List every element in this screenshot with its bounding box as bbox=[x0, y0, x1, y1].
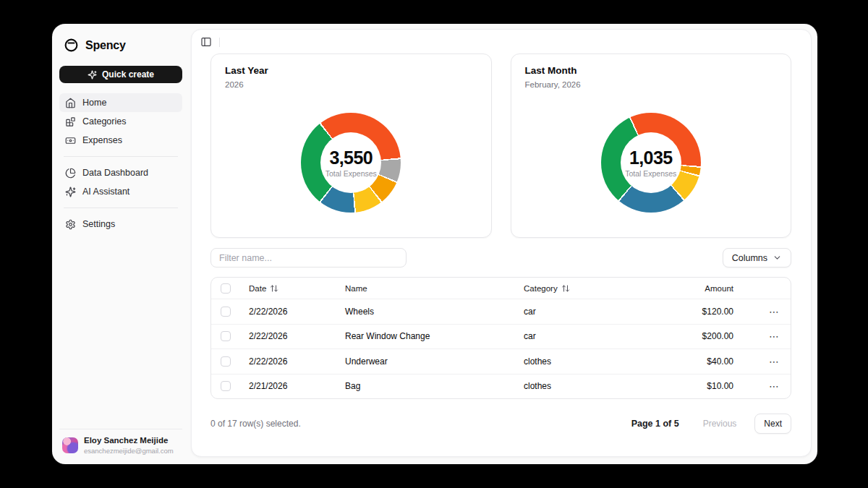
user-meta: Eloy Sanchez Meijide esanchezmeijide@gma… bbox=[84, 436, 174, 455]
row-cell-actions: ⋯ bbox=[757, 307, 791, 317]
next-page-button[interactable]: Next bbox=[754, 414, 791, 434]
selection-status: 0 of 17 row(s) selected. bbox=[210, 419, 301, 429]
row-cell-date: 2/21/2026 bbox=[240, 381, 336, 391]
sidebar-divider bbox=[64, 156, 178, 157]
sort-icon bbox=[270, 284, 278, 293]
avatar bbox=[62, 437, 78, 453]
row-cell-actions: ⋯ bbox=[757, 331, 791, 341]
row-checkbox[interactable] bbox=[221, 331, 231, 341]
previous-page-button[interactable]: Previous bbox=[694, 414, 746, 434]
row-cell-select bbox=[211, 331, 240, 341]
header-cell-amount: Amount bbox=[692, 284, 757, 293]
total-expenses-label: Total Expenses bbox=[625, 169, 676, 178]
row-cell-amount: $120.00 bbox=[692, 307, 757, 317]
columns-button[interactable]: Columns bbox=[723, 248, 791, 267]
sidebar-item-home[interactable]: Home bbox=[59, 93, 182, 112]
row-actions-button[interactable]: ⋯ bbox=[769, 381, 779, 391]
blocks-icon bbox=[65, 116, 76, 127]
row-checkbox[interactable] bbox=[221, 307, 231, 317]
banknote-icon bbox=[65, 135, 76, 146]
row-cell-select bbox=[211, 307, 240, 317]
sidebar-item-label: Data Dashboard bbox=[82, 168, 148, 178]
row-cell-category: car bbox=[515, 307, 692, 317]
row-cell-category: car bbox=[515, 331, 692, 341]
row-cell-name: Rear Window Change bbox=[336, 331, 515, 341]
header-cell-select bbox=[211, 283, 240, 294]
header-cell-date[interactable]: Date bbox=[240, 284, 336, 293]
row-actions-button[interactable]: ⋯ bbox=[769, 331, 779, 341]
table-row[interactable]: 2/22/2026 Wheels car $120.00 ⋯ bbox=[211, 299, 791, 324]
row-cell-amount: $200.00 bbox=[692, 331, 757, 341]
row-cell-name: Bag bbox=[336, 381, 515, 391]
sparkles-icon bbox=[65, 187, 76, 197]
sparkles-icon bbox=[88, 70, 97, 80]
last-year-donut-chart: 3,550 Total Expenses bbox=[301, 113, 401, 213]
sidebar-item-data-dashboard[interactable]: Data Dashboard bbox=[59, 163, 182, 182]
row-cell-actions: ⋯ bbox=[757, 381, 791, 391]
sidebar-nav: Home Categories Expenses bbox=[59, 93, 182, 234]
table-footer: 0 of 17 row(s) selected. Page 1 of 5 Pre… bbox=[210, 414, 791, 434]
last-month-donut-chart: 1,035 Total Expenses bbox=[601, 113, 701, 213]
row-actions-button[interactable]: ⋯ bbox=[769, 307, 779, 317]
row-cell-date: 2/22/2026 bbox=[240, 356, 336, 367]
row-actions-button[interactable]: ⋯ bbox=[769, 356, 779, 367]
sidebar-item-ai-assistant[interactable]: AI Assistant bbox=[59, 182, 182, 201]
filter-name-input[interactable] bbox=[210, 248, 407, 267]
table-row[interactable]: 2/22/2026 Rear Window Change car $200.00… bbox=[211, 324, 791, 349]
sidebar: Spency Quick create Home bbox=[52, 24, 190, 464]
header-label-amount: Amount bbox=[705, 284, 733, 293]
user-account[interactable]: Eloy Sanchez Meijide esanchezmeijide@gma… bbox=[59, 429, 182, 457]
sidebar-divider bbox=[64, 207, 178, 208]
row-cell-name: Underwear bbox=[336, 356, 515, 367]
app-name: Spency bbox=[85, 39, 126, 52]
table-row[interactable]: 2/22/2026 Underwear clothes $40.00 ⋯ bbox=[211, 348, 791, 374]
main-panel: Last Year 2026 3,550 Total Expenses Last… bbox=[191, 29, 812, 457]
sidebar-item-expenses[interactable]: Expenses bbox=[59, 131, 182, 150]
sidebar-item-categories[interactable]: Categories bbox=[59, 112, 182, 131]
row-cell-amount: $40.00 bbox=[692, 356, 757, 367]
header-cell-name[interactable]: Name bbox=[336, 284, 515, 293]
total-expenses-label: Total Expenses bbox=[326, 169, 377, 178]
row-cell-actions: ⋯ bbox=[757, 356, 791, 367]
row-cell-amount: $10.00 bbox=[692, 381, 757, 391]
donut-chart-wrap: 3,550 Total Expenses bbox=[301, 113, 401, 213]
dashboard-content: Last Year 2026 3,550 Total Expenses Last… bbox=[192, 52, 811, 456]
last-year-card: Last Year 2026 3,550 Total Expenses bbox=[210, 53, 492, 238]
row-cell-category: clothes bbox=[515, 356, 692, 367]
pagination: Page 1 of 5 Previous Next bbox=[631, 414, 791, 434]
sidebar-item-label: Expenses bbox=[82, 135, 122, 145]
gear-icon bbox=[65, 219, 76, 230]
row-cell-select bbox=[211, 381, 240, 391]
header-label-category: Category bbox=[524, 284, 558, 293]
row-cell-date: 2/22/2026 bbox=[240, 307, 336, 317]
page-indicator: Page 1 of 5 bbox=[631, 419, 679, 429]
card-subtitle: February, 2026 bbox=[525, 80, 778, 89]
chevron-down-icon bbox=[773, 253, 782, 262]
summary-cards: Last Year 2026 3,550 Total Expenses Last… bbox=[210, 53, 791, 238]
user-name: Eloy Sanchez Meijide bbox=[84, 436, 174, 446]
spency-logo-icon bbox=[64, 38, 79, 53]
row-cell-category: clothes bbox=[515, 381, 692, 391]
table-header-row: Date Name Category bbox=[211, 278, 791, 299]
table-body: 2/22/2026 Wheels car $120.00 ⋯ 2/22/2026… bbox=[211, 299, 791, 398]
card-title: Last Month bbox=[525, 65, 778, 76]
total-expenses-value: 3,550 bbox=[329, 147, 373, 168]
app-window: Spency Quick create Home bbox=[52, 24, 817, 464]
main-header bbox=[192, 32, 811, 52]
row-cell-date: 2/22/2026 bbox=[240, 331, 336, 341]
donut-center: 3,550 Total Expenses bbox=[320, 132, 381, 193]
donut-center: 1,035 Total Expenses bbox=[621, 132, 681, 193]
user-email: esanchezmeijide@gmail.com bbox=[84, 447, 174, 455]
total-expenses-value: 1,035 bbox=[629, 147, 673, 168]
row-checkbox[interactable] bbox=[221, 356, 231, 367]
table-toolbar: Columns bbox=[210, 248, 791, 267]
header-cell-category[interactable]: Category bbox=[515, 284, 692, 293]
select-all-checkbox[interactable] bbox=[221, 283, 231, 294]
row-checkbox[interactable] bbox=[221, 381, 231, 391]
table-row[interactable]: 2/21/2026 Bag clothes $10.00 ⋯ bbox=[211, 374, 791, 399]
quick-create-button[interactable]: Quick create bbox=[59, 66, 182, 83]
sidebar-toggle-icon[interactable] bbox=[200, 36, 212, 48]
sort-icon bbox=[561, 284, 570, 293]
sidebar-item-settings[interactable]: Settings bbox=[59, 215, 182, 234]
card-title: Last Year bbox=[225, 65, 477, 76]
